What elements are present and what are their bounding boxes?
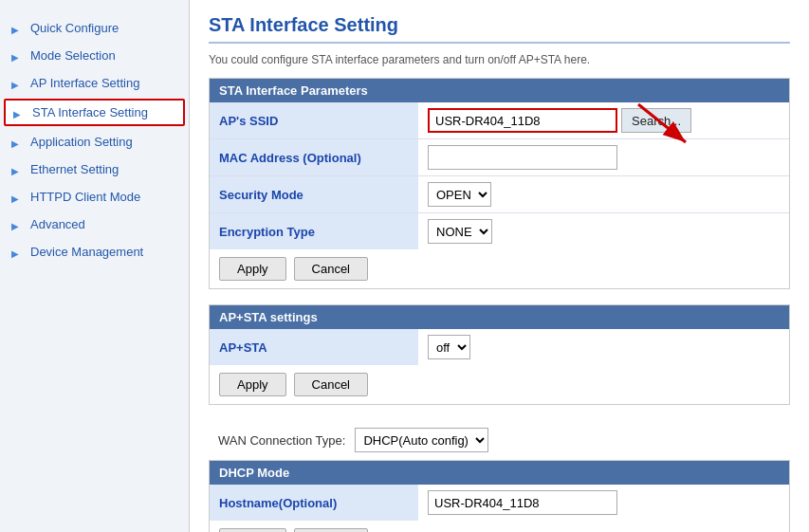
- sidebar-item-label: Device Management: [30, 245, 143, 259]
- wan-select[interactable]: DHCP(Auto config) Static IP PPPoE: [355, 428, 488, 452]
- wan-row: WAN Connection Type: DHCP(Auto config) S…: [209, 420, 790, 460]
- sidebar-item-label: STA Interface Setting: [32, 105, 148, 119]
- sidebar-item-application-setting[interactable]: Application Setting: [0, 128, 189, 156]
- arrow-icon: [11, 22, 25, 35]
- table-row: Encryption Type NONE TKIP AES: [210, 213, 789, 250]
- security-value-cell: OPEN WPA WPA2: [418, 176, 789, 213]
- sta-params-apply-button[interactable]: Apply: [219, 257, 286, 281]
- arrow-icon: [11, 49, 25, 63]
- arrow-icon: [11, 246, 25, 259]
- encryption-value-cell: NONE TKIP AES: [418, 213, 789, 250]
- sidebar-item-label: HTTPD Client Mode: [30, 190, 140, 204]
- intro-text: You could configure STA interface parame…: [209, 53, 790, 66]
- sta-params-header: STA Interface Parameters: [210, 79, 789, 102]
- mac-label: MAC Address (Optional): [210, 139, 418, 176]
- ap-sta-apply-button[interactable]: Apply: [219, 373, 286, 396]
- sidebar-item-label: Application Setting: [30, 135, 133, 149]
- ap-ssid-value-cell: Search...: [418, 102, 789, 139]
- sta-params-section: STA Interface Parameters AP's SSID Searc…: [209, 78, 790, 289]
- encryption-label: Encryption Type: [210, 213, 418, 250]
- sidebar-item-label: Quick Configure: [30, 21, 119, 35]
- dhcp-apply-button[interactable]: Apply: [219, 528, 286, 532]
- security-select[interactable]: OPEN WPA WPA2: [428, 182, 491, 207]
- sidebar-item-quick-configure[interactable]: Quick Configure: [0, 14, 189, 42]
- sidebar-item-httpd-client-mode[interactable]: HTTPD Client Mode: [0, 183, 189, 211]
- arrow-icon: [11, 163, 25, 176]
- wan-label: WAN Connection Type:: [218, 433, 345, 448]
- sidebar-item-ethernet-setting[interactable]: Ethernet Setting: [0, 156, 189, 183]
- arrow-icon: [11, 77, 25, 90]
- sta-params-table: AP's SSID Search... MAC Address (Optiona…: [210, 102, 789, 249]
- sta-params-cancel-button[interactable]: Cancel: [294, 257, 368, 281]
- ap-sta-value-cell: off on: [418, 329, 789, 365]
- search-button[interactable]: Search...: [621, 108, 691, 133]
- ap-sta-table: AP+STA off on: [210, 329, 789, 365]
- ap-ssid-input[interactable]: [428, 108, 617, 133]
- encryption-select[interactable]: NONE TKIP AES: [428, 219, 492, 244]
- ap-sta-buttons: Apply Cancel: [210, 365, 789, 404]
- sidebar-item-device-management[interactable]: Device Management: [0, 238, 189, 266]
- table-row: AP's SSID Search...: [210, 102, 789, 139]
- sidebar: Quick ConfigureMode SelectionAP Interfac…: [0, 0, 190, 532]
- sidebar-item-sta-interface-setting[interactable]: STA Interface Setting: [4, 99, 185, 126]
- sta-params-buttons: Apply Cancel: [210, 249, 789, 288]
- dhcp-header: DHCP Mode: [210, 461, 789, 485]
- dhcp-table: Hostname(Optional): [210, 485, 789, 521]
- ap-sta-section: AP+STA settings AP+STA off on Apply Canc…: [209, 304, 790, 405]
- sidebar-item-label: AP Interface Setting: [30, 76, 139, 90]
- security-label: Security Mode: [210, 176, 418, 213]
- sidebar-item-ap-interface-setting[interactable]: AP Interface Setting: [0, 69, 189, 97]
- hostname-label: Hostname(Optional): [210, 485, 418, 521]
- ap-ssid-label: AP's SSID: [210, 102, 418, 139]
- sidebar-item-mode-selection[interactable]: Mode Selection: [0, 42, 189, 69]
- sidebar-item-label: Mode Selection: [30, 48, 116, 63]
- ap-sta-select[interactable]: off on: [428, 335, 470, 359]
- ap-sta-header: AP+STA settings: [210, 305, 789, 329]
- page-title: STA Interface Setting: [209, 14, 790, 44]
- table-row: Security Mode OPEN WPA WPA2: [210, 176, 789, 213]
- dhcp-cancel-button[interactable]: Cancel: [294, 528, 368, 532]
- main-wrapper: STA Interface Setting You could configur…: [190, 0, 809, 532]
- arrow-icon: [11, 191, 25, 204]
- hostname-value-cell: [418, 485, 789, 521]
- hostname-input[interactable]: [428, 490, 617, 515]
- ssid-group: Search...: [428, 108, 780, 133]
- dhcp-buttons: Apply Cancel: [210, 521, 789, 532]
- arrow-icon: [11, 136, 25, 149]
- sidebar-item-label: Ethernet Setting: [30, 162, 119, 176]
- table-row: AP+STA off on: [210, 329, 789, 365]
- sidebar-item-advanced[interactable]: Advanced: [0, 211, 189, 238]
- mac-input[interactable]: [428, 145, 617, 170]
- ap-sta-label: AP+STA: [210, 329, 418, 365]
- arrow-icon: [11, 218, 25, 231]
- ap-sta-cancel-button[interactable]: Cancel: [294, 373, 368, 396]
- sidebar-item-label: Advanced: [30, 217, 85, 231]
- table-row: Hostname(Optional): [210, 485, 789, 521]
- arrow-icon: [13, 106, 27, 119]
- table-row: MAC Address (Optional): [210, 139, 789, 176]
- dhcp-section: DHCP Mode Hostname(Optional) Apply Cance…: [209, 460, 790, 532]
- mac-value-cell: [418, 139, 789, 176]
- main-content: STA Interface Setting You could configur…: [190, 0, 809, 532]
